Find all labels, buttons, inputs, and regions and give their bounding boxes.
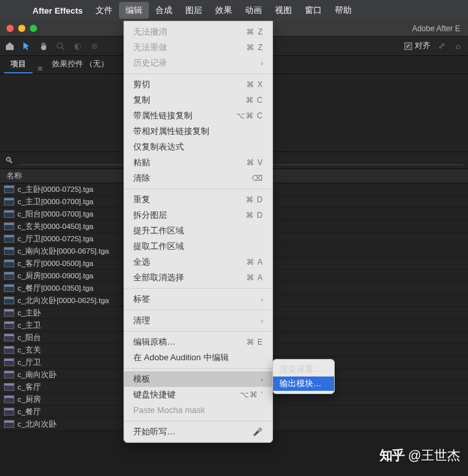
watermark: 知乎 @王世杰 (380, 447, 460, 464)
footage-icon (4, 247, 14, 255)
menu-item[interactable]: 仅复制表达式 (124, 139, 272, 155)
menu-item[interactable]: 提取工作区域 (124, 239, 272, 254)
snap-toggle[interactable]: ✓ 对齐 (404, 40, 430, 51)
submenu-item[interactable]: 渲染设置… (273, 362, 334, 377)
menubar-item[interactable]: 帮助 (328, 2, 358, 19)
footage-icon (4, 185, 14, 193)
chevron-right-icon: › (261, 294, 263, 304)
menu-item-label: 粘贴 (133, 157, 246, 168)
footage-icon (4, 297, 14, 304)
footage-icon (4, 272, 14, 280)
project-item-name: c_主卧 (18, 308, 41, 318)
menu-item[interactable]: 拆分图层⌘ D (124, 207, 272, 223)
project-item-name: c_餐厅[0000-0350].tga (18, 284, 94, 293)
composition-icon (4, 383, 14, 391)
composition-icon (4, 334, 14, 341)
menubar-item[interactable]: 合成 (149, 2, 179, 19)
menu-item-label: 复制 (133, 95, 246, 105)
menu-separator (124, 73, 272, 74)
edit-menu-dropdown: 无法撤消⌘ Z无法重做⌘ Z历史记录›剪切⌘ X复制⌘ C带属性链接复制⌥⌘ C… (124, 21, 273, 443)
chevron-right-icon: › (261, 374, 263, 384)
submenu-item[interactable]: 输出模块… (273, 377, 334, 391)
composition-icon (4, 309, 14, 317)
menu-item[interactable]: 编辑原稿…⌘ E (124, 334, 272, 350)
menu-item[interactable]: 在 Adobe Audition 中编辑 (124, 350, 272, 365)
menu-item[interactable]: 开始听写…🎤 (124, 424, 272, 440)
project-item-name: c_阳台 (18, 333, 41, 343)
menubar-item[interactable]: 文件 (89, 2, 119, 19)
selection-tool-icon[interactable] (21, 40, 32, 52)
hand-tool-icon[interactable] (38, 40, 49, 52)
project-item-name: c_北向次卧[0000-0625].tga (18, 296, 109, 306)
menubar-item[interactable]: 视图 (268, 2, 298, 19)
menu-item[interactable]: 剪切⌘ X (124, 77, 272, 92)
project-item-name: c_玄关 (18, 345, 41, 355)
menu-item[interactable]: 提升工作区域 (124, 223, 272, 239)
home-icon[interactable] (4, 40, 16, 52)
menu-item[interactable]: 全部取消选择⌘ A (124, 270, 272, 285)
watermark-text: @王世杰 (408, 447, 460, 464)
search-icon[interactable]: ⌕ (452, 40, 464, 52)
zoom-tool-icon[interactable] (55, 40, 66, 52)
menubar-item[interactable]: 效果 (209, 2, 239, 19)
menu-item-shortcut: ⌘ E (246, 337, 263, 347)
composition-icon (4, 346, 14, 354)
menu-item-label: 带属性链接复制 (133, 111, 236, 121)
panel-menu-icon[interactable]: ≡ (38, 64, 43, 73)
footage-icon (4, 259, 14, 267)
menu-item-shortcut: ⌥⌘ C (236, 111, 263, 121)
menu-item-label: 提升工作区域 (133, 226, 263, 236)
menu-item-label: 标签 (133, 294, 261, 304)
camera-tool-icon[interactable]: ⊕ (88, 40, 100, 52)
menu-item[interactable]: 带属性链接复制⌥⌘ C (124, 108, 272, 124)
composition-icon (4, 395, 14, 403)
menu-item[interactable]: 键盘快捷键⌥⌘ ' (124, 387, 272, 403)
rotate-tool-icon[interactable]: ◐ (72, 40, 83, 52)
search-icon: 🔍︎ (5, 155, 14, 165)
menubar-item[interactable]: 图层 (179, 2, 209, 19)
menubar-item[interactable]: 动画 (239, 2, 268, 19)
menubar-item[interactable]: 窗口 (298, 2, 328, 19)
project-item-name: c_厨房[0000-0900].tga (18, 271, 94, 281)
menu-item[interactable]: 粘贴⌘ V (124, 155, 272, 170)
project-item-name: c_阳台[0000-0700].tga (18, 209, 94, 219)
menu-item[interactable]: 清除⌫ (124, 170, 272, 186)
menu-item[interactable]: 带相对属性链接复制 (124, 124, 272, 139)
project-item-name: c_厅卫 (18, 358, 41, 367)
menu-item[interactable]: 清理› (124, 313, 272, 328)
menu-item-label: Paste Mocha mask (133, 405, 263, 416)
project-item-name: c_北向次卧 (18, 419, 57, 429)
menu-item-shortcut: ⌘ D (246, 210, 263, 220)
composition-icon (4, 371, 14, 378)
snap-label: 对齐 (415, 40, 430, 51)
menu-item-label: 历史记录 (133, 58, 261, 68)
project-item-name: c_客厅 (18, 382, 41, 392)
project-item-name: c_南向次卧[0000-0675].tga (18, 246, 109, 256)
footage-icon (4, 284, 14, 292)
menu-item[interactable]: 标签› (124, 291, 272, 307)
expand-icon[interactable]: ⤢ (436, 40, 447, 52)
menu-separator (124, 331, 272, 332)
composition-icon (4, 408, 14, 416)
menubar-app-name[interactable]: After Effects (26, 3, 89, 18)
minimize-window-button[interactable] (18, 25, 25, 32)
svg-point-0 (57, 43, 62, 48)
tab-project[interactable]: 项目 (4, 55, 32, 73)
tab-effect-controls[interactable]: 效果控件 （无） (46, 55, 115, 73)
menu-item-label: 重复 (133, 194, 246, 205)
close-window-button[interactable] (6, 25, 14, 32)
window-controls (6, 25, 37, 32)
template-submenu: 渲染设置…输出模块… (272, 359, 335, 394)
menu-item[interactable]: 模板› (124, 371, 272, 387)
menu-item-shortcut: 🎤 (253, 427, 263, 437)
composition-icon (4, 358, 14, 366)
menu-item[interactable]: 全选⌘ A (124, 254, 272, 270)
menu-item[interactable]: 重复⌘ D (124, 192, 272, 207)
menu-item-label: 无法撤消 (133, 27, 246, 37)
menu-item-shortcut: ⌫ (252, 173, 263, 183)
menubar-item[interactable]: 编辑 (119, 2, 149, 19)
checkbox-icon: ✓ (404, 42, 412, 50)
menu-item[interactable]: 复制⌘ C (124, 92, 272, 108)
menu-item-label: 无法重做 (133, 42, 246, 53)
zoom-window-button[interactable] (30, 25, 37, 32)
